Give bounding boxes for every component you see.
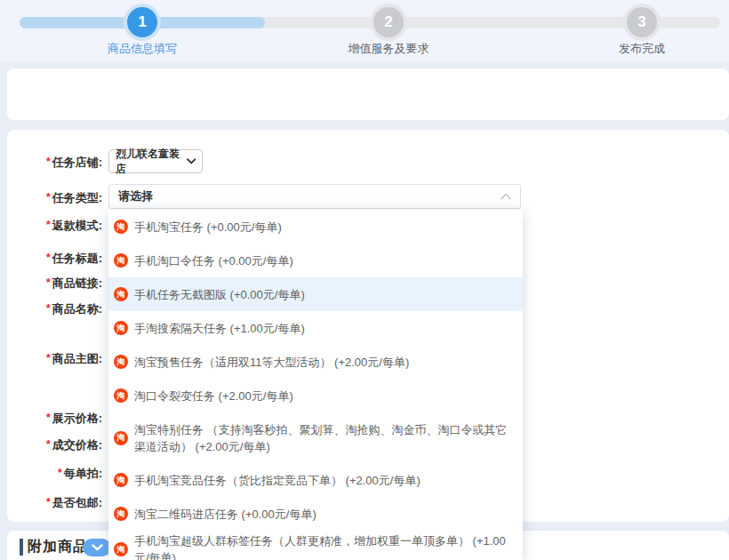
step-circle-1: 1 (127, 7, 157, 37)
taobao-icon: 淘 (114, 473, 128, 487)
step-label-complete: 发布完成 (597, 41, 686, 57)
dropdown-option[interactable]: 淘 淘宝二维码进店任务 (+0.00元/每单) (108, 497, 523, 531)
task-type-select[interactable]: 请选择 (108, 184, 521, 209)
required-asterisk: * (46, 219, 51, 231)
step-number: 2 (384, 13, 392, 31)
taobao-icon: 淘 (114, 355, 128, 369)
section-accent-bar (20, 539, 23, 556)
shop-select-value: 烈儿联名童装店 (116, 147, 187, 177)
required-asterisk: * (46, 156, 51, 168)
dropdown-option[interactable]: 淘 手机淘宝超级人群标签任务（人群更精准，增加权重一单顶多单） (+1.00元/… (108, 531, 523, 560)
step-circle-3: 3 (627, 7, 657, 37)
required-asterisk: * (46, 252, 51, 264)
dropdown-option[interactable]: 淘 手机淘宝任务 (+0.00元/每单) (108, 210, 523, 244)
chevron-down-icon (187, 158, 196, 164)
step-number: 3 (637, 13, 645, 31)
shop-label: *任务店铺: (7, 155, 102, 171)
taobao-icon: 淘 (114, 321, 128, 335)
shop-select[interactable]: 烈儿联名童装店 (108, 149, 203, 173)
taobao-icon: 淘 (114, 542, 128, 556)
taobao-icon: 淘 (114, 431, 128, 445)
task-type-dropdown: 淘 手机淘宝任务 (+0.00元/每单) 淘 手机淘口令任务 (+0.00元/每… (108, 210, 523, 560)
taobao-icon: 淘 (114, 388, 128, 403)
deal-price-label: *成交价格: (7, 437, 102, 453)
display-price-label: *展示价格: (7, 411, 102, 427)
required-asterisk: * (46, 352, 51, 364)
required-asterisk: * (58, 467, 62, 479)
publish-task-page: 1 2 3 商品信息填写 增值服务及要求 发布完成 *任务平台: 淘 ♥ a ♪ (0, 0, 729, 560)
dropdown-option-highlighted[interactable]: 淘 手机任务无截图版 (+0.00元/每单) (108, 277, 523, 311)
product-link-label: *商品链接: (7, 276, 102, 292)
refund-mode-label: *返款模式: (7, 218, 102, 234)
taobao-icon: 淘 (114, 287, 128, 301)
task-type-label: *任务类型: (7, 190, 102, 206)
dropdown-option[interactable]: 淘 手机淘口令任务 (+0.00元/每单) (108, 244, 523, 277)
step-label-services: 增值服务及要求 (335, 41, 442, 57)
product-image-label: *商品主图: (7, 351, 102, 367)
dropdown-option[interactable]: 淘 淘口令裂变任务 (+2.00元/每单) (108, 379, 523, 412)
required-asterisk: * (46, 438, 51, 451)
required-asterisk: * (46, 302, 51, 315)
dropdown-option[interactable]: 淘 手淘搜索隔天任务 (+1.00元/每单) (108, 311, 523, 345)
chevron-up-icon (501, 193, 511, 200)
stepper: 1 2 3 商品信息填写 增值服务及要求 发布完成 (0, 0, 729, 62)
platform-card: *任务平台: 淘 ♥ a ♪ (7, 68, 729, 120)
extra-product-title: 附加商品 (28, 538, 88, 556)
step-circle-2: 2 (373, 7, 404, 37)
taobao-icon: 淘 (114, 507, 128, 521)
step-number: 1 (138, 13, 146, 31)
required-asterisk: * (46, 496, 51, 508)
dropdown-option[interactable]: 淘 淘宝特别任务 （支持淘客秒拍、聚划算、淘抢购、淘金币、淘口令或其它渠道活动）… (108, 412, 523, 463)
chevron-down-icon (92, 544, 103, 551)
extra-product-toggle-button[interactable] (83, 539, 111, 556)
step-label-product-info: 商品信息填写 (98, 41, 187, 57)
product-name-label: *商品名称: (7, 301, 102, 317)
dropdown-option[interactable]: 淘 淘宝预售任务（适用双11等大型活动） (+2.00元/每单) (108, 345, 523, 379)
taobao-icon: 淘 (114, 253, 128, 268)
task-title-label: *任务标题: (7, 251, 102, 267)
per-order-label: *每单拍: (7, 466, 102, 482)
dropdown-option[interactable]: 淘 手机淘宝竞品任务（货比指定竞品下单） (+2.00元/每单) (108, 463, 523, 497)
required-asterisk: * (46, 412, 51, 424)
required-asterisk: * (46, 191, 51, 204)
required-asterisk: * (46, 276, 51, 289)
taobao-icon: 淘 (114, 220, 128, 234)
free-shipping-label: *是否包邮: (7, 495, 102, 511)
task-type-value: 请选择 (118, 188, 153, 204)
